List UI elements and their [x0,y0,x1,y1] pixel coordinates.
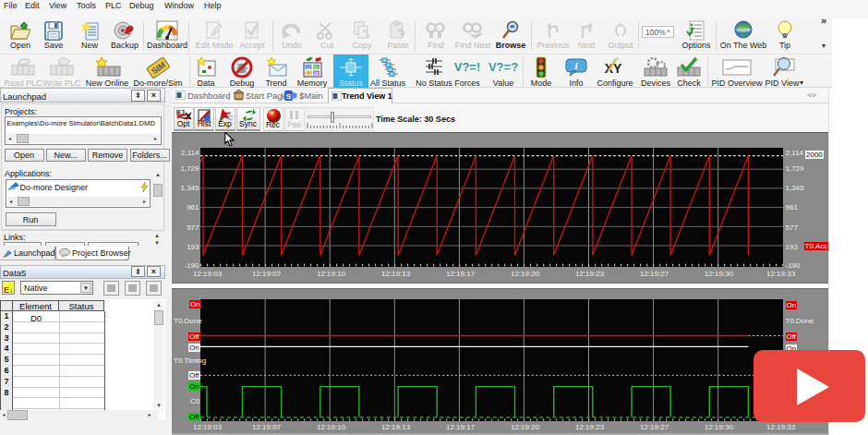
svg-text:ab: ab [314,71,319,76]
svg-text:V?=?: V?=? [488,60,518,74]
svg-text:V?=!: V?=! [454,60,481,74]
svg-text:5¼: 5¼ [313,66,319,70]
svg-text:12: 12 [306,66,311,70]
svg-text:more: more [737,27,750,32]
svg-text:S: S [286,92,292,101]
svg-text:3.1: 3.1 [306,71,312,76]
